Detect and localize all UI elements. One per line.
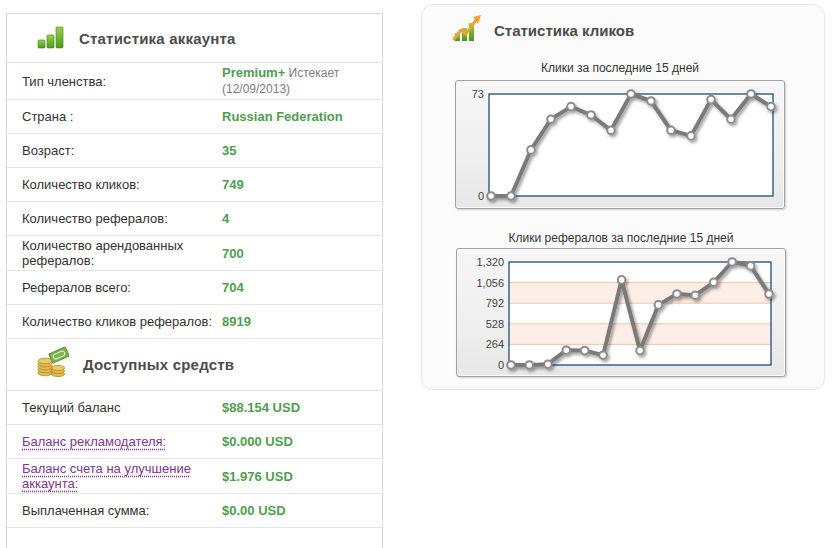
stat-row: Выплаченная сумма:$0.00 USD bbox=[7, 494, 382, 528]
y-tick-label: 0 bbox=[478, 190, 484, 202]
funds-title: Доступных средств bbox=[83, 356, 234, 373]
stat-row: Количество кликов:749 bbox=[7, 168, 382, 202]
stat-value: 35 bbox=[222, 143, 382, 158]
data-point bbox=[627, 90, 635, 98]
stat-label: Возраст: bbox=[22, 143, 222, 158]
data-point bbox=[507, 361, 515, 369]
stat-label: Текущий баланс bbox=[22, 400, 222, 415]
data-point bbox=[618, 276, 626, 284]
funds-rows: Текущий баланс$88.154 USDБаланс рекламод… bbox=[7, 391, 382, 528]
y-tick-label: 73 bbox=[472, 88, 484, 100]
data-point bbox=[587, 111, 595, 119]
growth-chart-icon bbox=[452, 13, 482, 47]
bar-chart-icon bbox=[35, 23, 65, 54]
stat-label-link[interactable]: Баланс счета на улучшение аккаунта: bbox=[22, 461, 222, 491]
stat-value: 749 bbox=[222, 177, 382, 192]
stat-label: Количество кликов: bbox=[22, 177, 222, 192]
stat-row: Тип членства:Premium+ Истекает (12/09/20… bbox=[7, 63, 382, 100]
stat-row: Количество рефералов:4 bbox=[7, 202, 382, 236]
data-point bbox=[581, 347, 589, 355]
account-stats-header: Статистика аккаунта bbox=[7, 14, 382, 63]
stat-value: Premium+ Истекает (12/09/2013) bbox=[222, 65, 382, 97]
stat-label: Количество арендованных рефералов: bbox=[22, 238, 222, 268]
stat-value: $1.976 USD bbox=[222, 469, 382, 484]
data-point bbox=[607, 127, 615, 135]
data-point bbox=[710, 279, 718, 287]
data-point bbox=[673, 290, 681, 298]
account-stats-card: Статистика аккаунта Тип членства:Premium… bbox=[6, 13, 383, 548]
stat-row: Рефералов всего:704 bbox=[7, 271, 382, 305]
data-point bbox=[507, 192, 515, 200]
data-point bbox=[487, 192, 495, 200]
stat-value: 4 bbox=[222, 211, 382, 226]
data-point bbox=[599, 351, 607, 359]
click-stats-card: Статистика кликов Клики за последние 15 … bbox=[421, 4, 825, 390]
stat-label: Тип членства: bbox=[22, 74, 222, 89]
data-point bbox=[687, 132, 695, 140]
data-point bbox=[636, 347, 644, 355]
stat-label: Рефералов всего: bbox=[22, 280, 222, 295]
stat-label-link[interactable]: Баланс рекламодателя: bbox=[22, 434, 222, 449]
data-point bbox=[765, 290, 773, 298]
y-tick-label: 792 bbox=[486, 297, 504, 309]
funds-header: Доступных средств bbox=[7, 339, 382, 391]
chart-canvas: 02645287921,0561,320 bbox=[457, 249, 785, 376]
data-point bbox=[747, 262, 755, 270]
stat-value: 8919 bbox=[222, 314, 382, 329]
account-stats-title: Статистика аккаунта bbox=[79, 30, 236, 47]
data-point bbox=[547, 115, 555, 123]
data-point bbox=[647, 97, 655, 105]
data-point bbox=[728, 258, 736, 266]
data-point bbox=[563, 346, 571, 354]
stat-row: Возраст:35 bbox=[7, 134, 382, 168]
data-point bbox=[747, 90, 755, 98]
stat-row: Баланс счета на улучшение аккаунта:$1.97… bbox=[7, 459, 382, 494]
stat-label: Количество рефералов: bbox=[22, 211, 222, 226]
data-point bbox=[544, 360, 552, 368]
data-point bbox=[655, 301, 663, 309]
stat-value: $0.000 USD bbox=[222, 434, 382, 449]
data-point bbox=[567, 103, 575, 111]
chart-title-referral-clicks: Клики рефералов за последние 15 дней bbox=[456, 231, 786, 245]
stat-row: Количество арендованных рефералов:700 bbox=[7, 236, 382, 271]
chart-title-clicks: Клики за последние 15 дней bbox=[455, 61, 785, 75]
y-tick-label: 1,056 bbox=[476, 277, 504, 289]
data-point bbox=[707, 96, 715, 104]
account-stats-rows: Тип членства:Premium+ Истекает (12/09/20… bbox=[7, 63, 382, 339]
chart-canvas: 073 bbox=[456, 81, 784, 208]
stat-value: Russian Federation bbox=[222, 109, 382, 124]
chart-referral-clicks-15-days: 02645287921,0561,320 bbox=[456, 248, 786, 377]
y-tick-label: 1,320 bbox=[476, 256, 504, 268]
stat-label: Страна : bbox=[22, 109, 222, 124]
stat-value: 700 bbox=[222, 246, 382, 261]
stat-label: Количество кликов рефералов: bbox=[22, 314, 222, 329]
y-tick-label: 528 bbox=[486, 318, 504, 330]
data-point bbox=[527, 146, 535, 154]
stat-row: Текущий баланс$88.154 USD bbox=[7, 391, 382, 425]
data-point bbox=[667, 127, 675, 135]
stat-value: $0.00 USD bbox=[222, 503, 382, 518]
data-point bbox=[727, 115, 735, 123]
stat-label: Выплаченная сумма: bbox=[22, 503, 222, 518]
coins-icon bbox=[35, 347, 69, 382]
chart-clicks-15-days: 073 bbox=[455, 80, 785, 209]
click-stats-header: Статистика кликов bbox=[452, 13, 634, 47]
y-tick-label: 0 bbox=[498, 359, 504, 371]
data-point bbox=[692, 291, 700, 299]
stat-value: 704 bbox=[222, 280, 382, 295]
click-stats-title: Статистика кликов bbox=[494, 22, 634, 39]
stat-row: Баланс рекламодателя:$0.000 USD bbox=[7, 425, 382, 459]
y-tick-label: 264 bbox=[486, 338, 504, 350]
data-point bbox=[526, 361, 534, 369]
stat-row: Страна :Russian Federation bbox=[7, 100, 382, 134]
data-point bbox=[767, 103, 775, 111]
stat-value: $88.154 USD bbox=[222, 400, 382, 415]
stat-row: Количество кликов рефералов:8919 bbox=[7, 305, 382, 339]
